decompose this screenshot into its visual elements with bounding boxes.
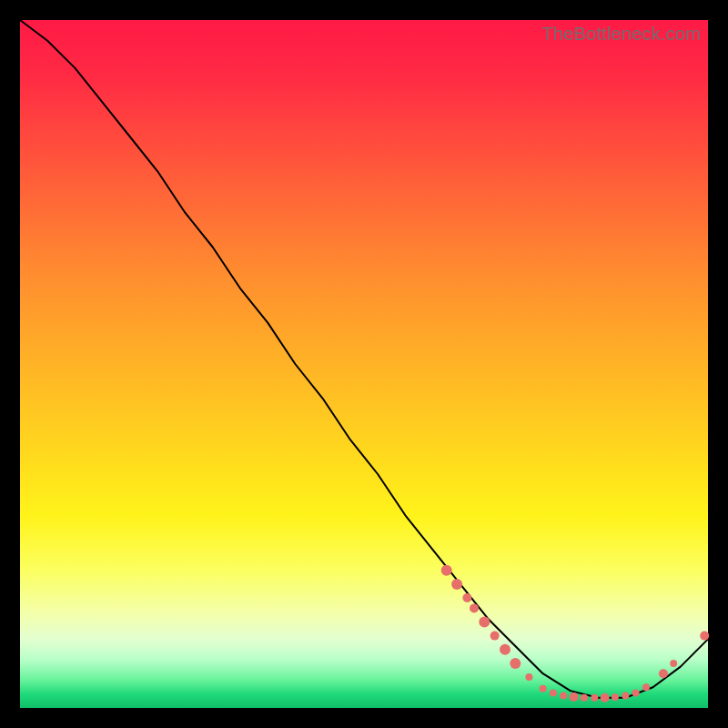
marker-dot (510, 658, 521, 669)
marker-dot (581, 694, 588, 702)
marker-dot (560, 692, 567, 699)
marker-dot (700, 632, 709, 641)
marker-dot (591, 694, 598, 702)
gradient-plot-area: TheBottleneck.com (20, 20, 708, 708)
marker-dot (500, 644, 511, 655)
chart-stage: TheBottleneck.com (0, 0, 728, 728)
marker-dot (479, 617, 490, 628)
bottleneck-curve (20, 20, 708, 698)
marker-dot (601, 693, 610, 703)
marker-dot (451, 579, 462, 590)
marker-dot (525, 673, 532, 681)
marker-dot (462, 593, 471, 602)
marker-dot (570, 693, 579, 702)
marker-dots (441, 565, 710, 703)
marker-dot (642, 683, 650, 691)
marker-dot (470, 603, 479, 612)
marker-dot (612, 693, 619, 701)
marker-dot (622, 692, 629, 699)
marker-dot (441, 565, 452, 576)
marker-dot (540, 685, 547, 693)
marker-dot (632, 689, 640, 696)
marker-dot (550, 689, 557, 696)
marker-dot (490, 632, 500, 641)
curve-svg (20, 20, 708, 708)
marker-dot (670, 660, 677, 667)
marker-dot (659, 669, 668, 678)
